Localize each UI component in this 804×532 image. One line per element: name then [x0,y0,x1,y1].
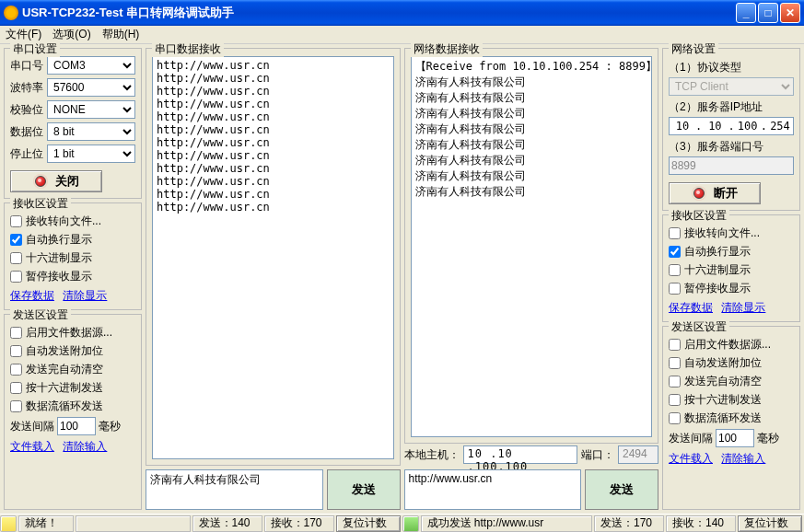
localhost-label: 本地主机： [404,447,460,463]
hex-send-check[interactable]: 按十六进制发送 [10,380,135,396]
localhost-port: 2494 [618,445,658,464]
send-options-title: 发送区设置 [10,307,71,323]
net-pause-recv-check[interactable]: 暂停接收显示 [669,281,794,296]
net-send-count: 发送：170 [594,515,664,532]
com-port-select[interactable]: COM3 [47,56,135,75]
baud-label: 波特率 [10,80,43,96]
com-port-label: 串口号 [10,58,43,74]
file-source-check[interactable]: 启用文件数据源... [10,325,135,341]
net-auto-extra-check[interactable]: 自动发送附加位 [669,355,794,371]
interval-label: 发送间隔 [10,419,54,434]
window-title: USR-TCP232-Test 串口转网络调试助手 [22,5,736,21]
clear-input-link[interactable]: 清除输入 [63,440,107,453]
net-interval-label: 发送间隔 [669,431,713,446]
net-recv-textarea[interactable]: 【Receive from 10.10.100.254 : 8899】： 济南有… [411,56,653,437]
serial-recv-textarea[interactable]: http://www.usr.cn http://www.usr.cn http… [152,56,394,459]
server-ip-label: （2）服务器IP地址 [669,99,794,115]
proto-select: TCP Client [669,77,794,96]
stopbits-label: 停止位 [10,146,43,162]
serial-status-msg [76,515,191,532]
net-send-options-group: 发送区设置 启用文件数据源... 自动发送附加位 发送完自动清空 按十六进制发送… [662,326,800,510]
baud-select[interactable]: 57600 [47,78,135,97]
serial-send-button[interactable]: 发送 [327,469,401,510]
serial-status-indicator-icon [0,515,17,532]
net-hex-display-check[interactable]: 十六进制显示 [669,262,794,278]
connection-indicator-icon [35,176,46,187]
statusbar: 就绪！ 发送：140 接收：170 复位计数 成功发送 http://www.u… [0,514,804,532]
databits-select[interactable]: 8 bit [47,122,135,141]
databits-label: 数据位 [10,124,43,140]
clear-display-link[interactable]: 清除显示 [63,289,107,302]
server-port-label: （3）服务器端口号 [669,139,794,155]
net-send-button[interactable]: 发送 [585,469,658,510]
connection-indicator-icon [693,188,705,199]
loop-send-check[interactable]: 数据流循环发送 [10,399,135,414]
serial-reset-count-button[interactable]: 复位计数 [336,515,401,532]
net-disconnect-button[interactable]: 断开 [669,182,761,204]
serial-send-input[interactable]: 济南有人科技有限公司 [146,469,323,510]
stopbits-select[interactable]: 1 bit [47,145,135,163]
net-status-msg: 成功发送 http://www.usr [421,515,593,532]
recv-to-file-check[interactable]: 接收转向文件... [10,214,135,229]
recv-options-title: 接收区设置 [10,196,71,212]
file-load-link[interactable]: 文件载入 [10,440,54,453]
proto-label: （1）协议类型 [669,60,794,75]
net-ms-label: 毫秒 [757,431,779,446]
serial-recv-options-group: 接收区设置 接收转向文件... 自动换行显示 十六进制显示 暂停接收显示 保存数… [4,202,142,310]
net-save-data-link[interactable]: 保存数据 [669,301,713,314]
auto-wrap-check[interactable]: 自动换行显示 [10,232,135,248]
localhost-port-label: 端口： [581,447,614,463]
net-recv-options-title: 接收区设置 [669,208,729,224]
parity-label: 校验位 [10,102,43,118]
net-recv-count: 接收：140 [666,515,736,532]
hex-display-check[interactable]: 十六进制显示 [10,250,135,266]
net-clear-display-link[interactable]: 清除显示 [721,301,765,314]
serial-ready-label: 就绪！ [18,515,74,532]
parity-select[interactable]: NONE [47,100,135,119]
net-file-source-check[interactable]: 启用文件数据源... [669,337,794,353]
serial-recv-title: 串口数据接收 [152,41,224,57]
net-settings-group: 网络设置 （1）协议类型 TCP Client （2）服务器IP地址 10.10… [662,48,800,211]
localhost-ip[interactable]: 10 .10 .100.100 [463,445,578,464]
auto-extra-check[interactable]: 自动发送附加位 [10,343,135,359]
net-clear-input-link[interactable]: 清除输入 [721,452,765,465]
save-data-link[interactable]: 保存数据 [10,289,54,302]
server-port-input [669,156,794,175]
maximize-button[interactable]: □ [758,3,778,23]
net-status-indicator-icon [402,515,419,532]
net-reset-count-button[interactable]: 复位计数 [738,515,802,532]
serial-send-options-group: 发送区设置 启用文件数据源... 自动发送附加位 发送完自动清空 按十六进制发送… [4,314,142,510]
menu-options[interactable]: 选项(O) [52,27,90,42]
serial-close-button[interactable]: 关闭 [10,170,102,192]
minimize-button[interactable]: _ [736,3,756,23]
serial-settings-group: 串口设置 串口号COM3 波特率57600 校验位NONE 数据位8 bit 停… [4,48,142,199]
serial-settings-title: 串口设置 [10,41,60,57]
close-button[interactable]: ✕ [780,3,800,23]
app-icon [4,6,18,20]
serial-recv-group: 串口数据接收 http://www.usr.cn http://www.usr.… [146,48,401,466]
menu-help[interactable]: 帮助(H) [102,27,140,42]
titlebar: USR-TCP232-Test 串口转网络调试助手 _ □ ✕ [0,0,804,26]
clear-after-check[interactable]: 发送完自动清空 [10,362,135,377]
interval-input[interactable] [57,417,96,435]
net-send-input[interactable]: http://www.usr.cn [404,469,582,510]
net-recv-group: 网络数据接收 【Receive from 10.10.100.254 : 889… [404,48,659,444]
serial-send-count: 发送：140 [192,515,262,532]
net-hex-send-check[interactable]: 按十六进制发送 [669,392,794,408]
net-loop-send-check[interactable]: 数据流循环发送 [669,411,794,426]
net-send-options-title: 发送区设置 [669,319,729,335]
net-recv-to-file-check[interactable]: 接收转向文件... [669,226,794,241]
net-recv-title: 网络数据接收 [411,41,483,57]
net-interval-input[interactable] [716,429,754,447]
pause-recv-check[interactable]: 暂停接收显示 [10,269,135,284]
net-clear-after-check[interactable]: 发送完自动清空 [669,374,794,389]
net-auto-wrap-check[interactable]: 自动换行显示 [669,244,794,260]
server-ip-input[interactable]: 10.10.100.254 [669,117,794,135]
menu-file[interactable]: 文件(F) [6,27,41,42]
ms-label: 毫秒 [99,419,121,434]
net-recv-options-group: 接收区设置 接收转向文件... 自动换行显示 十六进制显示 暂停接收显示 保存数… [662,214,800,322]
net-file-load-link[interactable]: 文件载入 [669,452,713,465]
net-settings-title: 网络设置 [669,41,718,57]
serial-recv-count: 接收：170 [264,515,334,532]
